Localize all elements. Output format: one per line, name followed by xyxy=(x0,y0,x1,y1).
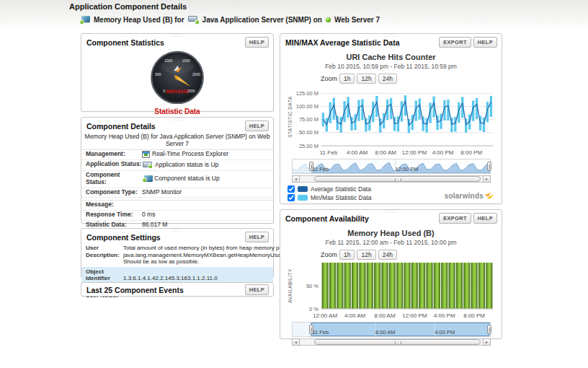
scroll-right-button[interactable]: ► xyxy=(483,175,491,183)
drag-handle-icon[interactable]: ::::: xyxy=(172,228,183,232)
zoom-1h-button[interactable]: 1h xyxy=(339,74,355,84)
page-header: Application Component Details Memory Hea… xyxy=(0,0,588,29)
chart-scrollbar[interactable]: ◄ ► xyxy=(292,338,491,346)
table-row: User Description: Total amount of used m… xyxy=(81,243,273,267)
scrollbar-thumb[interactable] xyxy=(314,339,481,345)
gauge-dial: 0 500 1000 1500 2000 2500 86016656 xyxy=(150,49,205,104)
drag-handle-icon[interactable]: ::::: xyxy=(385,209,396,214)
page-title: Application Component Details xyxy=(69,2,187,11)
navigator-handle[interactable] xyxy=(309,325,313,334)
svg-text:12:00 PM: 12:00 PM xyxy=(402,149,427,156)
help-button[interactable]: HELP xyxy=(245,284,269,295)
help-button[interactable]: HELP xyxy=(245,232,269,242)
svg-text:75.00 M: 75.00 M xyxy=(299,116,318,123)
panel-title: Last 25 Component Events xyxy=(86,286,184,294)
help-button[interactable]: HELP xyxy=(473,37,497,48)
legend-checkbox-average[interactable] xyxy=(288,185,295,193)
component-statistics-panel: ::::: Component Statistics HELP 0 500 10… xyxy=(81,33,274,112)
svg-text:125.00 M: 125.00 M xyxy=(296,90,318,97)
svg-text:8:00 PM: 8:00 PM xyxy=(460,149,482,156)
svg-text:12:00 PM: 12:00 PM xyxy=(402,312,427,319)
drag-handle-icon[interactable]: ::::: xyxy=(172,117,183,121)
legend-swatch xyxy=(298,186,308,192)
scroll-left-button[interactable]: ◄ xyxy=(292,338,300,346)
zoom-24h-button[interactable]: 24h xyxy=(378,74,397,84)
chart-subtitle: Feb 10 2015, 10:59 pm - Feb 11 2015, 10:… xyxy=(280,63,502,70)
help-button[interactable]: HELP xyxy=(245,37,269,48)
gauge-caption: Statistic Data xyxy=(81,108,273,115)
table-row: Component Type: SNMP Monitor xyxy=(81,188,273,198)
chart-title: URI Cache Hits Counter xyxy=(280,53,502,61)
chart-title: Memory Heap Used (B) xyxy=(280,229,502,237)
breadcrumb-node[interactable]: Web Server 7 xyxy=(334,16,380,24)
svg-text:100.00 M: 100.00 M xyxy=(296,103,318,110)
svg-text:1000: 1000 xyxy=(164,59,172,63)
svg-text:25.00 M: 25.00 M xyxy=(299,143,318,149)
management-link[interactable]: Real-Time Process Explorer xyxy=(152,151,228,158)
svg-text:4:00 PM: 4:00 PM xyxy=(432,149,454,156)
drag-handle-icon[interactable]: ::::: xyxy=(172,282,183,286)
gauge-value: 86016656 xyxy=(166,89,188,95)
chart-scrollbar[interactable]: ◄ ► xyxy=(292,175,491,183)
scroll-right-button[interactable]: ► xyxy=(483,338,491,346)
svg-text:11 Feb: 11 Feb xyxy=(320,149,338,156)
drag-handle-icon[interactable]: ::::: xyxy=(172,33,183,38)
solarwinds-arrow-icon xyxy=(484,191,494,200)
table-row: Component Status: Component status is Up xyxy=(81,171,273,188)
svg-text:0 %: 0 % xyxy=(309,306,318,312)
scroll-left-button[interactable]: ◄ xyxy=(292,175,300,183)
breadcrumb-component[interactable]: Memory Heap Used (B) for xyxy=(94,16,184,24)
svg-text:8:00 AM: 8:00 AM xyxy=(375,149,397,156)
svg-text:0: 0 xyxy=(163,89,165,93)
navigator-label: 4:00 PM xyxy=(435,329,455,336)
minmax-chart: 25.00 M50.00 M75.00 M100.00 M125.00 MSTA… xyxy=(285,85,496,157)
export-button[interactable]: EXPORT xyxy=(439,37,471,48)
panel-title: Component Settings xyxy=(86,233,161,242)
navigator-handle[interactable] xyxy=(487,325,491,334)
chart-subtitle: Feb 11 2015, 12:00 am - Feb 11 2015, 10:… xyxy=(280,239,502,246)
table-row: Application Status: Application status i… xyxy=(81,160,273,171)
svg-text:4:00 AM: 4:00 AM xyxy=(347,149,368,156)
solarwinds-logo: solarwinds xyxy=(445,191,494,200)
svg-text:STATISTIC DATA: STATISTIC DATA xyxy=(288,96,293,138)
legend-checkbox-minmax[interactable] xyxy=(288,194,295,201)
component-events-panel: ::::: Last 25 Component Events HELP xyxy=(81,282,274,297)
component-details-panel: ::::: Component Details HELP Memory Heap… xyxy=(81,117,274,224)
zoom-24h-button[interactable]: 24h xyxy=(378,250,397,260)
scrollbar-thumb[interactable] xyxy=(314,176,481,182)
svg-text:50.00 M: 50.00 M xyxy=(299,129,318,136)
svg-text:AVAILABILITY: AVAILABILITY xyxy=(288,268,293,303)
node-up-icon xyxy=(325,17,331,23)
svg-text:1500: 1500 xyxy=(182,59,190,63)
chart-navigator[interactable]: 11 Feb8:00 AM4:00 PM xyxy=(292,322,491,337)
help-button[interactable]: HELP xyxy=(473,213,497,224)
svg-text:12:00 AM: 12:00 AM xyxy=(313,312,337,319)
navigator-label: 11 Feb xyxy=(312,329,329,336)
svg-text:4:00 PM: 4:00 PM xyxy=(434,312,455,319)
drag-handle-icon[interactable]: ::::: xyxy=(385,33,396,38)
application-up-icon xyxy=(142,161,153,169)
zoom-1h-button[interactable]: 1h xyxy=(339,250,355,260)
svg-text:2000: 2000 xyxy=(192,73,200,76)
minmax-statistic-panel: ::::: MIN/MAX Average Statistic Data EXP… xyxy=(280,33,502,204)
gauge: 0 500 1000 1500 2000 2500 86016656 Stati… xyxy=(81,49,273,115)
help-button[interactable]: HELP xyxy=(245,121,269,131)
navigator-handle[interactable] xyxy=(309,162,313,171)
zoom-controls: Zoom 1h 12h 24h xyxy=(321,74,502,84)
zoom-12h-button[interactable]: 12h xyxy=(357,74,375,84)
component-settings-panel: ::::: Component Settings HELP User Descr… xyxy=(81,228,274,279)
component-availability-panel: ::::: Component Availability EXPORT HELP… xyxy=(280,209,502,339)
breadcrumb-application[interactable]: Java Application Server (SNMP) on xyxy=(202,16,322,24)
zoom-12h-button[interactable]: 12h xyxy=(357,250,375,260)
panel-title: MIN/MAX Average Statistic Data xyxy=(285,38,400,47)
component-up-icon xyxy=(142,175,152,183)
process-explorer-icon xyxy=(142,151,150,158)
legend-swatch xyxy=(298,195,308,201)
panel-title: Component Statistics xyxy=(86,38,164,47)
svg-text:8:00 PM: 8:00 PM xyxy=(463,312,485,319)
navigator-handle[interactable] xyxy=(487,162,491,171)
table-row: Response Time: 0 ms xyxy=(81,211,273,221)
svg-text:500: 500 xyxy=(155,73,161,76)
chart-navigator[interactable]: 11 Feb12:00 PM xyxy=(292,159,491,174)
export-button[interactable]: EXPORT xyxy=(439,213,471,224)
